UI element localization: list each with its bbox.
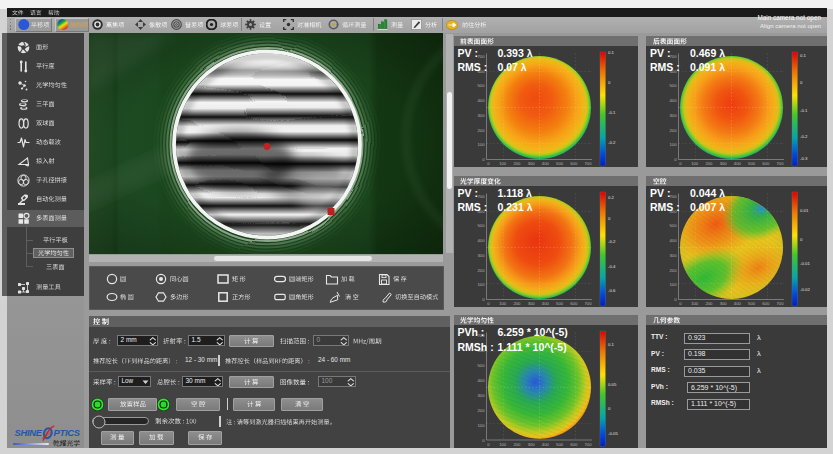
svg-text:400: 400: [734, 301, 742, 306]
svg-text:-0.3: -0.3: [800, 155, 808, 160]
svg-text:500: 500: [556, 442, 564, 447]
svg-text:300: 300: [477, 393, 485, 398]
svg-text:-0.02: -0.02: [800, 286, 810, 291]
svg-text:-0.01: -0.01: [800, 261, 810, 266]
svg-text:600: 600: [762, 301, 770, 306]
svg-text:700: 700: [777, 301, 785, 306]
svg-text:500: 500: [748, 301, 756, 306]
svg-text:100: 100: [477, 423, 485, 428]
svg-text:700: 700: [777, 161, 785, 166]
svg-text:0: 0: [800, 237, 803, 242]
svg-text:700: 700: [584, 161, 592, 166]
svg-text:700: 700: [584, 442, 592, 447]
svg-text:400: 400: [477, 378, 485, 383]
svg-text:0.1: 0.1: [608, 49, 615, 54]
svg-text:0: 0: [674, 157, 677, 162]
svg-text:0: 0: [482, 297, 485, 302]
svg-text:700: 700: [670, 54, 678, 59]
svg-text:600: 600: [570, 301, 578, 306]
svg-text:0: 0: [487, 161, 490, 166]
svg-text:100: 100: [477, 142, 485, 147]
svg-text:700: 700: [584, 301, 592, 306]
svg-text:0.1: 0.1: [608, 342, 615, 347]
svg-text:0.01: 0.01: [800, 207, 809, 212]
svg-text:0: 0: [679, 161, 682, 166]
svg-text:600: 600: [762, 161, 770, 166]
svg-text:0.1: 0.1: [800, 53, 807, 58]
svg-text:300: 300: [527, 301, 535, 306]
svg-text:-0.2: -0.2: [800, 133, 808, 138]
svg-text:400: 400: [670, 238, 678, 243]
svg-text:200: 200: [513, 442, 521, 447]
svg-text:0: 0: [800, 80, 803, 85]
svg-text:200: 200: [705, 301, 713, 306]
svg-text:0.2: 0.2: [608, 195, 615, 200]
svg-text:500: 500: [477, 363, 485, 368]
svg-text:400: 400: [734, 161, 742, 166]
svg-text:100: 100: [670, 282, 678, 287]
svg-text:200: 200: [477, 408, 485, 413]
svg-text:0: 0: [679, 301, 682, 306]
svg-text:500: 500: [477, 83, 485, 88]
svg-text:300: 300: [720, 161, 728, 166]
svg-text:300: 300: [670, 112, 678, 117]
svg-text:100: 100: [670, 142, 678, 147]
svg-text:400: 400: [670, 98, 678, 103]
svg-text:0: 0: [482, 157, 485, 162]
svg-text:500: 500: [670, 223, 678, 228]
svg-text:500: 500: [748, 161, 756, 166]
svg-text:0.05: 0.05: [608, 382, 617, 387]
svg-text:0: 0: [482, 438, 485, 443]
svg-text:600: 600: [570, 161, 578, 166]
svg-text:200: 200: [670, 127, 678, 132]
svg-text:200: 200: [477, 127, 485, 132]
svg-text:0: 0: [608, 406, 611, 411]
svg-text:500: 500: [556, 161, 564, 166]
svg-text:100: 100: [499, 442, 507, 447]
svg-text:200: 200: [670, 267, 678, 272]
svg-text:100: 100: [691, 301, 699, 306]
svg-text:0: 0: [608, 80, 611, 85]
svg-text:100: 100: [691, 161, 699, 166]
svg-text:700: 700: [477, 54, 485, 59]
svg-text:400: 400: [477, 238, 485, 243]
svg-text:300: 300: [670, 252, 678, 257]
svg-text:300: 300: [477, 112, 485, 117]
svg-text:-0.05: -0.05: [608, 431, 618, 436]
svg-text:600: 600: [570, 442, 578, 447]
svg-text:400: 400: [541, 442, 549, 447]
svg-text:700: 700: [670, 194, 678, 199]
svg-text:-0.2: -0.2: [608, 139, 616, 144]
svg-text:-0.1: -0.1: [800, 107, 808, 112]
svg-text:-0.4: -0.4: [608, 263, 616, 268]
svg-text:0: 0: [674, 297, 677, 302]
svg-text:300: 300: [527, 442, 535, 447]
svg-text:0: 0: [608, 215, 611, 220]
svg-text:500: 500: [477, 223, 485, 228]
svg-text:0: 0: [487, 301, 490, 306]
svg-text:200: 200: [513, 161, 521, 166]
svg-text:200: 200: [477, 267, 485, 272]
svg-text:400: 400: [541, 301, 549, 306]
svg-text:0: 0: [487, 442, 490, 447]
svg-text:100: 100: [499, 301, 507, 306]
svg-text:-0.6: -0.6: [608, 287, 616, 292]
svg-text:200: 200: [705, 161, 713, 166]
svg-text:500: 500: [556, 301, 564, 306]
svg-text:300: 300: [527, 161, 535, 166]
svg-text:500: 500: [670, 83, 678, 88]
svg-text:300: 300: [720, 301, 728, 306]
svg-text:300: 300: [477, 252, 485, 257]
svg-text:100: 100: [499, 161, 507, 166]
svg-text:400: 400: [541, 161, 549, 166]
svg-text:-0.1: -0.1: [608, 109, 616, 114]
svg-text:100: 100: [477, 282, 485, 287]
svg-text:400: 400: [477, 98, 485, 103]
svg-text:700: 700: [477, 194, 485, 199]
svg-text:200: 200: [513, 301, 521, 306]
svg-text:-0.2: -0.2: [608, 238, 616, 243]
